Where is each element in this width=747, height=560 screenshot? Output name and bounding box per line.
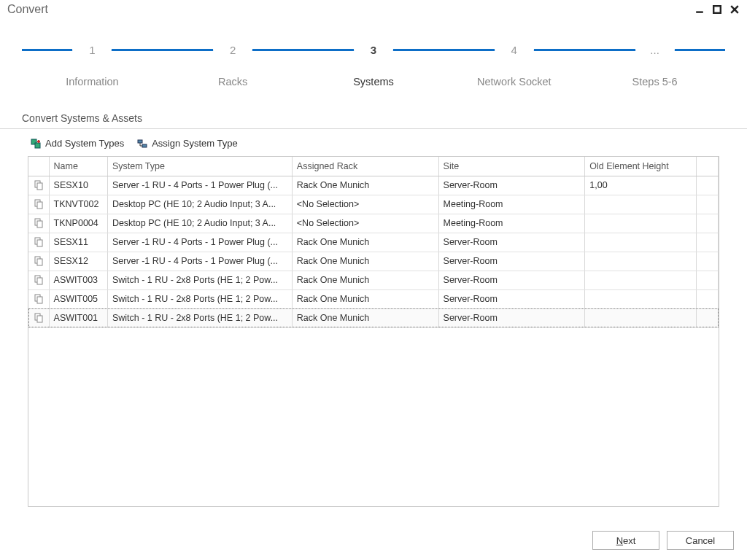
- add-types-icon: [31, 139, 41, 149]
- svg-rect-5: [35, 143, 40, 148]
- window-controls: [693, 3, 741, 16]
- cell-name[interactable]: ASWIT001: [49, 308, 107, 327]
- cell-site[interactable]: Server-Room: [438, 252, 585, 271]
- cell-site[interactable]: Server-Room: [438, 271, 585, 289]
- cell-site[interactable]: Server-Room: [438, 233, 585, 252]
- table-row[interactable]: ASWIT005Switch - 1 RU - 2x8 Ports (HE 1;…: [28, 289, 719, 308]
- cell-assigned-rack[interactable]: Rack One Munich: [292, 308, 438, 327]
- cell-assigned-rack[interactable]: Rack One Munich: [292, 233, 438, 252]
- col-header-name[interactable]: Name: [49, 157, 107, 176]
- cell-name[interactable]: SESX10: [49, 176, 107, 195]
- cell-system-type[interactable]: Server -1 RU - 4 Ports - 1 Power Plug (.…: [107, 233, 292, 252]
- svg-rect-17: [37, 240, 42, 246]
- next-button[interactable]: Next: [592, 531, 659, 550]
- step-more[interactable]: ... Steps 5-6: [584, 34, 725, 88]
- cell-name[interactable]: ASWIT003: [49, 271, 107, 289]
- wizard-footer: Next Cancel: [592, 531, 734, 550]
- cell-assigned-rack[interactable]: Rack One Munich: [292, 289, 438, 308]
- svg-rect-13: [37, 202, 42, 209]
- cell-system-type[interactable]: Desktop PC (HE 10; 2 Audio Input; 3 A...: [107, 214, 292, 233]
- systems-grid[interactable]: Name System Type Assigned Rack Site Old …: [28, 156, 719, 507]
- cell-name[interactable]: ASWIT005: [49, 289, 107, 308]
- table-row[interactable]: ASWIT003Switch - 1 RU - 2x8 Ports (HE 1;…: [28, 271, 719, 289]
- col-header-system-type[interactable]: System Type: [107, 157, 292, 176]
- cell-old-height[interactable]: [585, 252, 697, 271]
- assign-system-type-button[interactable]: Assign System Type: [137, 138, 238, 149]
- cell-system-type[interactable]: Switch - 1 RU - 2x8 Ports (HE 1; 2 Pow..…: [107, 271, 292, 289]
- svg-rect-19: [37, 259, 42, 265]
- cell-assigned-rack[interactable]: Rack One Munich: [292, 176, 438, 195]
- maximize-button[interactable]: [711, 3, 724, 16]
- cell-old-height[interactable]: 1,00: [585, 176, 697, 195]
- cell-system-type[interactable]: Server -1 RU - 4 Ports - 1 Power Plug (.…: [107, 176, 292, 195]
- cell-assigned-rack[interactable]: Rack One Munich: [292, 252, 438, 271]
- next-button-hotkey: N: [616, 535, 623, 546]
- table-row[interactable]: TKNVT002Desktop PC (HE 10; 2 Audio Input…: [28, 195, 719, 214]
- step-systems[interactable]: 3 Systems: [303, 34, 444, 88]
- cell-system-type[interactable]: Desktop PC (HE 10; 2 Audio Input; 3 A...: [107, 195, 292, 214]
- cell-assigned-rack[interactable]: <No Selection>: [292, 195, 438, 214]
- row-type-icon: [28, 176, 49, 195]
- window-title: Convert: [7, 3, 48, 16]
- table-row[interactable]: SESX10Server -1 RU - 4 Ports - 1 Power P…: [28, 176, 719, 195]
- cell-old-height[interactable]: [585, 214, 697, 233]
- cell-system-type[interactable]: Switch - 1 RU - 2x8 Ports (HE 1; 2 Pow..…: [107, 308, 292, 327]
- cell-old-height[interactable]: [585, 271, 697, 289]
- add-system-types-button[interactable]: Add System Types: [31, 138, 124, 149]
- cell-name[interactable]: SESX11: [49, 233, 107, 252]
- cell-old-height[interactable]: [585, 195, 697, 214]
- cell-assigned-rack[interactable]: <No Selection>: [292, 214, 438, 233]
- toolbar: Add System Types Assign System Type: [0, 129, 747, 156]
- minimize-button[interactable]: [693, 3, 706, 16]
- col-header-assigned-rack[interactable]: Assigned Rack: [292, 157, 438, 176]
- svg-rect-0: [696, 11, 703, 12]
- cell-name[interactable]: SESX12: [49, 252, 107, 271]
- close-button[interactable]: [728, 3, 741, 16]
- cell-trailing: [696, 289, 718, 308]
- svg-rect-23: [37, 297, 42, 303]
- cell-site[interactable]: Server-Room: [438, 308, 585, 327]
- step-number: 4: [511, 44, 517, 56]
- col-header-old-height[interactable]: Old Element Height: [585, 157, 697, 176]
- cell-trailing: [696, 195, 718, 214]
- table-row[interactable]: TKNP0004Desktop PC (HE 10; 2 Audio Input…: [28, 214, 719, 233]
- cell-old-height[interactable]: [585, 233, 697, 252]
- table-row[interactable]: SESX12Server -1 RU - 4 Ports - 1 Power P…: [28, 252, 719, 271]
- table-row[interactable]: ASWIT001Switch - 1 RU - 2x8 Ports (HE 1;…: [28, 308, 719, 327]
- cancel-button[interactable]: Cancel: [667, 531, 734, 550]
- cell-name[interactable]: TKNVT002: [49, 195, 107, 214]
- cell-site[interactable]: Server-Room: [438, 289, 585, 308]
- row-type-icon: [28, 233, 49, 252]
- row-type-icon: [28, 289, 49, 308]
- col-header-site[interactable]: Site: [438, 157, 585, 176]
- cell-site[interactable]: Meeting-Room: [438, 195, 585, 214]
- cell-system-type[interactable]: Server -1 RU - 4 Ports - 1 Power Plug (.…: [107, 252, 292, 271]
- step-number: 1: [89, 44, 95, 56]
- step-label: Information: [22, 76, 163, 88]
- cell-assigned-rack[interactable]: Rack One Munich: [292, 271, 438, 289]
- assign-system-type-label: Assign System Type: [152, 138, 238, 149]
- table-row[interactable]: SESX11Server -1 RU - 4 Ports - 1 Power P…: [28, 233, 719, 252]
- step-label: Steps 5-6: [584, 76, 725, 88]
- row-type-icon: [28, 271, 49, 289]
- step-number: 2: [230, 44, 236, 56]
- col-header-trailing[interactable]: [696, 157, 718, 176]
- step-label: Systems: [303, 76, 444, 88]
- assign-type-icon: [137, 139, 147, 149]
- cell-name[interactable]: TKNP0004: [49, 214, 107, 233]
- row-type-icon: [28, 195, 49, 214]
- step-racks[interactable]: 2 Racks: [163, 34, 303, 88]
- cell-site[interactable]: Server-Room: [438, 176, 585, 195]
- col-header-icon[interactable]: [28, 157, 49, 176]
- cell-system-type[interactable]: Switch - 1 RU - 2x8 Ports (HE 1; 2 Pow..…: [107, 289, 292, 308]
- cell-old-height[interactable]: [585, 308, 697, 327]
- step-network-socket[interactable]: 4 Network Socket: [444, 34, 584, 88]
- svg-rect-15: [37, 221, 42, 228]
- cell-trailing: [696, 214, 718, 233]
- cell-trailing: [696, 271, 718, 289]
- step-label: Network Socket: [444, 76, 584, 88]
- cell-site[interactable]: Meeting-Room: [438, 214, 585, 233]
- step-information[interactable]: 1 Information: [22, 34, 163, 88]
- cell-old-height[interactable]: [585, 289, 697, 308]
- wizard-stepper: 1 Information 2 Racks 3 Systems 4 Networ…: [0, 18, 747, 92]
